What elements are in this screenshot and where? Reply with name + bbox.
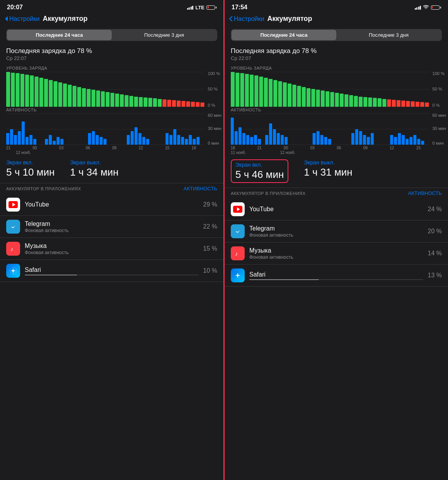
svg-rect-169: [371, 133, 374, 145]
right-x-label-5: 09: [363, 146, 368, 150]
svg-rect-152: [258, 139, 261, 145]
svg-text:♪: ♪: [235, 250, 238, 257]
right-segment-control[interactable]: Последние 24 часа Последние 3 дня: [231, 29, 442, 41]
svg-rect-18: [77, 87, 81, 107]
right-status-icons: [415, 5, 441, 10]
left-segment-24h[interactable]: Последние 24 часа: [7, 30, 112, 40]
svg-rect-61: [53, 141, 56, 145]
right-youtube-percent: 24 %: [428, 206, 442, 213]
right-apps-action[interactable]: АКТИВНОСТЬ: [408, 190, 442, 196]
left-segment-3d[interactable]: Последние 3 дня: [112, 30, 216, 40]
svg-rect-29: [129, 96, 133, 107]
svg-rect-14: [58, 82, 62, 107]
left-telegram-percent: 22 %: [203, 223, 217, 230]
svg-rect-74: [146, 139, 149, 145]
svg-rect-19: [82, 88, 86, 107]
right-activity-chart: 60 мин 30 мин 0 мин: [231, 114, 442, 145]
svg-text:100 %: 100 %: [208, 72, 220, 76]
svg-rect-71: [135, 127, 138, 145]
svg-rect-120: [340, 94, 344, 107]
svg-rect-5: [16, 73, 20, 107]
left-app-item-music[interactable]: ♪ Музыка Фоновая активность 15 %: [0, 238, 223, 260]
right-app-item-music[interactable]: ♪ Музыка Фоновая активность 14 %: [225, 243, 448, 265]
left-signal-icon: [187, 5, 194, 10]
svg-rect-59: [45, 139, 48, 145]
svg-rect-4: [11, 73, 15, 107]
svg-rect-24: [106, 92, 109, 107]
svg-rect-83: [197, 137, 200, 145]
svg-rect-149: [246, 135, 249, 145]
svg-rect-166: [359, 131, 362, 145]
right-music-percent: 14 %: [428, 250, 442, 257]
svg-text:0 %: 0 %: [432, 103, 440, 108]
svg-rect-22: [96, 91, 100, 107]
left-x-label-4: 09: [112, 146, 116, 150]
left-x-label-3: 06: [86, 146, 90, 150]
right-screen-on: Экран вкл. 5 ч 46 мин: [231, 159, 288, 183]
left-time: 20:07: [7, 4, 23, 11]
right-signal-icon: [415, 5, 421, 10]
svg-rect-137: [420, 102, 424, 107]
right-x-label-4: 06: [337, 146, 341, 150]
svg-rect-32: [143, 97, 147, 107]
left-nav-bar: Настройки Аккумулятор: [0, 13, 223, 26]
svg-rect-138: [425, 102, 429, 107]
svg-rect-12: [49, 80, 53, 107]
right-app-item-safari[interactable]: Safari 13 %: [225, 265, 448, 287]
svg-rect-54: [18, 131, 21, 145]
right-x-label-3: 03: [310, 146, 315, 150]
svg-rect-75: [165, 133, 169, 145]
left-youtube-percent: 29 %: [203, 201, 217, 208]
left-back-button[interactable]: Настройки: [5, 15, 39, 22]
right-app-item-youtube[interactable]: YouTube 24 %: [225, 198, 448, 220]
svg-rect-145: [231, 118, 234, 145]
left-battery-info: Последняя зарядка до 78 % Ср 22:07: [0, 44, 223, 63]
svg-rect-81: [189, 135, 192, 145]
right-x-label-1: 21: [257, 146, 262, 150]
svg-rect-16: [68, 85, 72, 107]
svg-rect-82: [192, 139, 196, 145]
svg-text:30 мин: 30 мин: [208, 126, 221, 131]
right-back-button[interactable]: Настройки: [229, 15, 264, 22]
svg-rect-53: [14, 135, 17, 145]
svg-rect-116: [321, 91, 325, 107]
svg-rect-154: [269, 123, 272, 145]
svg-rect-31: [139, 97, 143, 107]
svg-rect-17: [73, 86, 77, 107]
svg-rect-107: [278, 81, 282, 107]
left-segment-control[interactable]: Последние 24 часа Последние 3 дня: [6, 29, 217, 41]
right-music-sub: Фоновая активность: [249, 255, 423, 260]
left-app-item-safari[interactable]: Safari 10 %: [0, 260, 223, 282]
svg-rect-106: [273, 80, 277, 107]
left-app-item-youtube[interactable]: YouTube 29 %: [0, 194, 223, 216]
svg-rect-39: [177, 101, 181, 107]
left-x-label-2: 03: [59, 146, 63, 150]
right-segment-3d[interactable]: Последние 3 дня: [336, 30, 441, 40]
left-music-percent: 15 %: [203, 245, 217, 252]
svg-rect-112: [302, 87, 306, 107]
svg-rect-132: [397, 100, 400, 107]
svg-text:0 %: 0 %: [208, 103, 215, 108]
svg-text:♪: ♪: [10, 246, 14, 252]
svg-rect-8: [30, 75, 34, 107]
left-screen-on-label: Экран вкл.: [6, 159, 55, 166]
svg-rect-42: [191, 102, 195, 107]
left-apps-action[interactable]: АКТИВНОСТЬ: [184, 186, 217, 191]
right-time: 17:54: [232, 4, 247, 11]
left-charge-label: УРОВЕНЬ ЗАРЯДА: [6, 66, 217, 70]
right-youtube-icon: [231, 202, 245, 216]
svg-rect-124: [359, 97, 363, 107]
svg-rect-15: [63, 84, 67, 107]
left-app-item-telegram[interactable]: Telegram Фоновая активность 22 %: [0, 216, 223, 238]
left-music-sub: Фоновая активность: [25, 250, 199, 255]
left-lte-label: LTE: [195, 5, 204, 10]
svg-rect-3: [6, 72, 10, 107]
right-app-item-telegram[interactable]: Telegram Фоновая активность 20 %: [225, 220, 448, 243]
svg-rect-13: [54, 81, 58, 107]
svg-rect-65: [92, 131, 95, 145]
right-safari-name: Safari: [249, 271, 423, 278]
right-segment-24h[interactable]: Последние 24 часа: [232, 30, 336, 40]
svg-rect-101: [250, 75, 254, 107]
right-music-name: Музыка: [249, 247, 423, 254]
right-telegram-name: Telegram: [249, 225, 423, 232]
